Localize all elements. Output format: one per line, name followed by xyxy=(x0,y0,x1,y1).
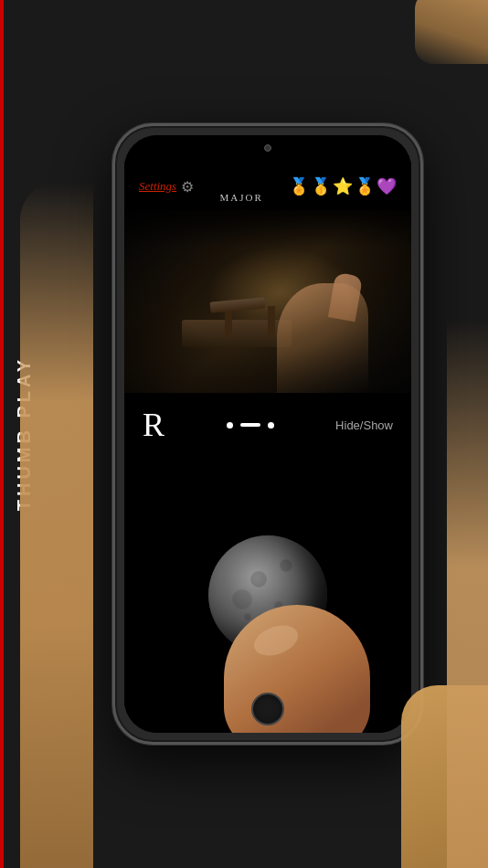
medal-3: ⭐ xyxy=(333,176,353,196)
rank-area: ✦ MAJoR xyxy=(219,170,262,203)
phone-screen: Settings ⚙ ✦ MAJoR 🏅 🥇 ⭐ 🏅 💜 xyxy=(124,135,411,733)
crater-1 xyxy=(250,571,267,587)
medal-4: 🏅 xyxy=(355,176,375,196)
phone-camera xyxy=(264,144,271,152)
rank-label: MAJoR xyxy=(219,192,262,203)
fingers-top xyxy=(415,0,488,64)
video-scene xyxy=(124,210,411,393)
crater-3 xyxy=(280,559,292,572)
phone-container: Settings ⚙ ✦ MAJoR 🏅 🥇 ⭐ 🏅 💜 xyxy=(48,0,488,868)
morse-dash-1 xyxy=(240,423,260,427)
header-bar: Settings ⚙ ✦ MAJoR 🏅 🥇 ⭐ 🏅 💜 xyxy=(124,161,411,210)
rank-star-icon: ✦ xyxy=(232,170,250,192)
home-button[interactable] xyxy=(251,693,284,725)
hand-right xyxy=(447,320,488,868)
phone-frame: Settings ⚙ ✦ MAJoR 🏅 🥇 ⭐ 🏅 💜 xyxy=(112,123,423,745)
morse-display: R Hide/Show xyxy=(124,393,411,457)
morse-dot-1 xyxy=(227,422,233,429)
settings-area[interactable]: Settings ⚙ xyxy=(139,178,194,196)
morse-letter: R xyxy=(143,406,164,444)
red-accent-bar xyxy=(0,0,4,868)
settings-link[interactable]: Settings xyxy=(139,179,176,194)
phone-top-bar xyxy=(124,135,411,161)
hand-left xyxy=(20,183,93,868)
morse-dot-2 xyxy=(268,422,274,429)
medal-2: 🥇 xyxy=(311,176,331,196)
app-content: Settings ⚙ ✦ MAJoR 🏅 🥇 ⭐ 🏅 💜 xyxy=(124,161,411,733)
video-top-fade xyxy=(124,210,411,247)
gear-icon[interactable]: ⚙ xyxy=(181,178,194,196)
ball-area[interactable] xyxy=(124,457,411,733)
medal-1: 🏅 xyxy=(289,176,309,196)
video-area xyxy=(124,210,411,393)
morse-code xyxy=(227,422,274,429)
hide-show-button[interactable]: Hide/Show xyxy=(335,418,393,432)
medal-5: 💜 xyxy=(377,176,397,196)
thumb-shape xyxy=(224,605,370,733)
medals-area: 🏅 🥇 ⭐ 🏅 💜 xyxy=(289,176,397,196)
thumb-highlight xyxy=(249,619,302,661)
